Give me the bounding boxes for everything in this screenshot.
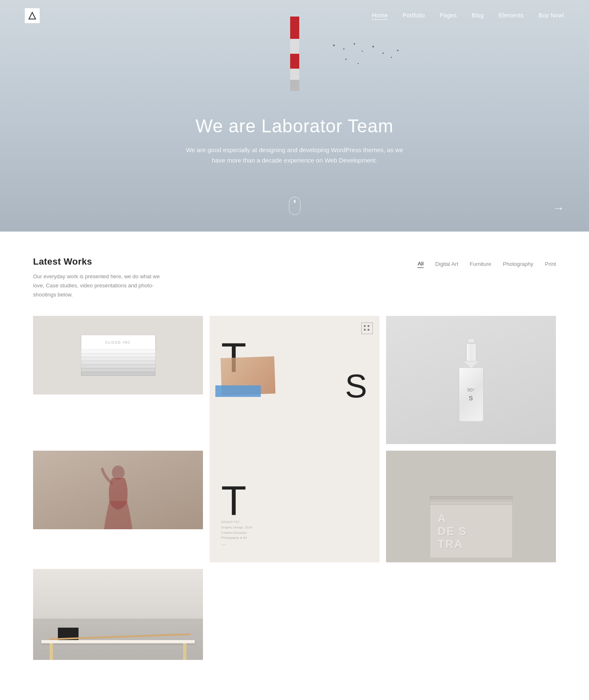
work-item-placeholder-2: T S T STUDIO TST Graphic Design, 2018 Cr…: [210, 316, 379, 562]
book-text: ADE STRA: [438, 512, 467, 550]
nav-home[interactable]: Home: [372, 12, 388, 20]
bird-9: ✦: [345, 58, 347, 61]
bird-1: ✦: [332, 43, 336, 48]
filter-all[interactable]: All: [417, 260, 423, 268]
card-text: CLOUD INC: [81, 335, 155, 350]
nav-buy-now[interactable]: Buy Now!: [539, 12, 564, 20]
poster-letter-t2: T: [221, 480, 246, 521]
card-layer-7: [81, 372, 155, 376]
bottle-cap: [467, 338, 475, 343]
work-item-placeholder-1: CLOUD INC: [33, 316, 203, 394]
hero-content: We are Laborator Team We are good especi…: [183, 116, 406, 166]
nav-links: Home Portfolio Pages Blog Elements Buy N…: [372, 12, 564, 20]
work-item-girl-photo[interactable]: [33, 451, 203, 562]
scroll-indicator[interactable]: [289, 197, 300, 215]
hero-subtitle: We are good especially at designing and …: [183, 145, 406, 166]
bird-5: ✦: [372, 45, 375, 49]
section-header: Latest Works Our everyday work is presen…: [33, 256, 556, 299]
work-item-placeholder-4: [33, 451, 203, 529]
work-item-bottle[interactable]: 90ˢS: [386, 316, 556, 444]
bird-4: ✦: [361, 50, 363, 53]
svg-marker-0: [29, 12, 36, 19]
filter-photography[interactable]: Photography: [503, 261, 534, 268]
filter-furniture[interactable]: Furniture: [470, 261, 491, 268]
nav-portfolio[interactable]: Portfolio: [403, 12, 425, 20]
bird-10: ✦: [357, 62, 359, 65]
latest-works-section: Latest Works Our everyday work is presen…: [0, 232, 589, 693]
poster-grid-icon: [361, 323, 373, 334]
bird-6: ✦: [382, 52, 384, 55]
hero-birds-illustration: ✦ ✦ ✦ ✦ ✦ ✦ ✦ ✦ ✦ ✦: [324, 41, 407, 74]
work-item-placeholder-6: [33, 569, 203, 660]
hero-section: ✦ ✦ ✦ ✦ ✦ ✦ ✦ ✦ ✦ ✦ We are Laborator Tea…: [0, 0, 589, 232]
filter-print[interactable]: Print: [545, 261, 556, 268]
poster-small-text: STUDIO TST Graphic Design, 2018 Creative…: [221, 520, 252, 546]
section-description: Our everyday work is presented here, we …: [33, 272, 165, 299]
work-item-business-cards[interactable]: CLOUD INC: [33, 316, 203, 444]
work-item-book-print[interactable]: ADE STRA: [386, 451, 556, 562]
icon-dot-3: [364, 329, 366, 331]
work-item-placeholder-3: 90ˢS: [386, 316, 556, 444]
bird-8: ✦: [396, 49, 399, 53]
poster-blue-stripe: [215, 385, 261, 397]
works-grid: CLOUD INC: [33, 316, 556, 660]
section-left: Latest Works Our everyday work is presen…: [33, 256, 165, 299]
girl-silhouette-svg: [33, 459, 203, 529]
icon-dot-4: [367, 329, 370, 331]
work-item-placeholder-5: ADE STRA: [386, 451, 556, 562]
nav-pages[interactable]: Pages: [440, 12, 457, 20]
work-item-desk[interactable]: [33, 569, 203, 660]
filter-tabs: All Digital Art Furniture Photography Pr…: [417, 260, 556, 268]
svg-point-2: [112, 466, 124, 480]
filter-digital-art[interactable]: Digital Art: [435, 261, 458, 268]
hero-title: We are Laborator Team: [183, 116, 406, 136]
bottle-shoulder: [464, 361, 479, 368]
bird-2: ✦: [343, 48, 345, 51]
bottle-neck: [466, 343, 476, 361]
book-page-3: [430, 501, 513, 504]
icon-dot-2: [367, 325, 370, 327]
hero-next-arrow[interactable]: →: [553, 202, 564, 215]
icon-dot-1: [364, 325, 366, 327]
scroll-dot: [294, 200, 296, 203]
main-nav: Home Portfolio Pages Blog Elements Buy N…: [0, 0, 589, 31]
section-title: Latest Works: [33, 256, 165, 267]
bird-3: ✦: [353, 42, 356, 46]
bottle-container: 90ˢS: [459, 338, 484, 422]
bottle-label-text: 90ˢS: [467, 387, 475, 403]
nav-elements[interactable]: Elements: [498, 12, 524, 20]
book-stack: ADE STRA: [430, 497, 513, 558]
book-cover: ADE STRA: [430, 504, 513, 558]
nav-blog[interactable]: Blog: [472, 12, 484, 20]
bird-7: ✦: [390, 56, 392, 59]
wall-texture: [33, 569, 203, 660]
bottle-body: 90ˢS: [459, 368, 484, 422]
site-logo[interactable]: [25, 8, 40, 23]
poster-letter-s: S: [345, 370, 367, 403]
work-item-poster[interactable]: T S T STUDIO TST Graphic Design, 2018 Cr…: [210, 316, 379, 562]
